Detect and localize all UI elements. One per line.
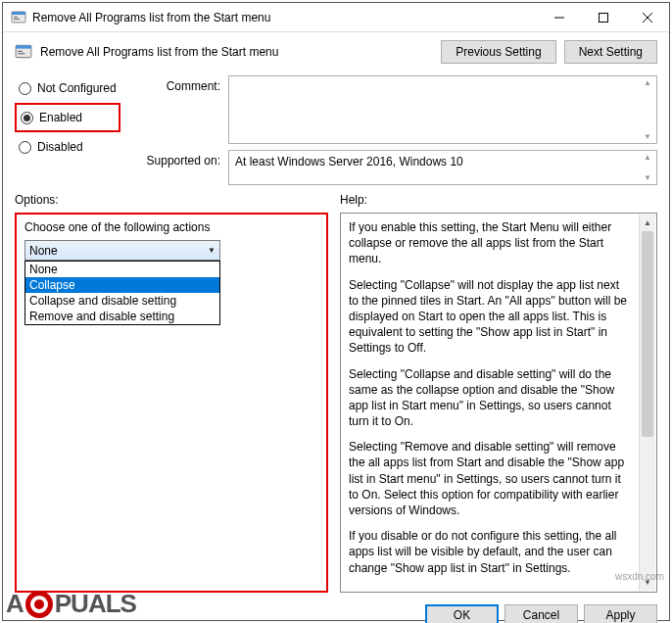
radio-not-configured[interactable]: Not Configured bbox=[15, 75, 120, 101]
dropdown-item-none[interactable]: None bbox=[25, 262, 219, 277]
radio-icon bbox=[19, 82, 31, 95]
watermark-text-after: PUALS bbox=[55, 589, 136, 619]
help-paragraph: Selecting "Collapse" will not display th… bbox=[349, 277, 631, 357]
radio-label: Enabled bbox=[39, 111, 82, 124]
radio-label: Disabled bbox=[37, 140, 83, 154]
dropdown-list: None Collapse Collapse and disable setti… bbox=[24, 261, 220, 325]
state-section: Not Configured Enabled Disabled Comment:… bbox=[3, 70, 669, 185]
help-header-label: Help: bbox=[340, 193, 657, 207]
svg-rect-2 bbox=[14, 17, 18, 18]
window-controls bbox=[537, 3, 669, 31]
help-text: If you enable this setting, the Start Me… bbox=[349, 219, 648, 576]
scroll-thumb[interactable] bbox=[642, 231, 653, 437]
minimize-button[interactable] bbox=[537, 3, 581, 31]
help-paragraph: If you disable or do not configure this … bbox=[349, 528, 631, 576]
bullseye-icon bbox=[25, 591, 53, 618]
radio-label: Not Configured bbox=[37, 81, 117, 95]
scroll-track[interactable] bbox=[640, 231, 655, 574]
svg-rect-3 bbox=[14, 19, 20, 20]
header-row: Remove All Programs list from the Start … bbox=[3, 32, 669, 70]
supported-field: At least Windows Server 2016, Windows 10… bbox=[228, 150, 657, 185]
maximize-button[interactable] bbox=[581, 3, 625, 31]
dropdown-item-collapse[interactable]: Collapse bbox=[25, 277, 219, 293]
svg-rect-5 bbox=[599, 13, 607, 22]
columns-container: Choose one of the following actions None… bbox=[3, 209, 669, 597]
content-area: Remove All Programs list from the Start … bbox=[3, 32, 669, 623]
radio-disabled[interactable]: Disabled bbox=[15, 134, 120, 160]
svg-rect-1 bbox=[12, 12, 25, 15]
watermark-brand: A PUALS bbox=[6, 589, 136, 619]
supported-label: Supported on: bbox=[140, 150, 220, 168]
watermark-url: wsxdn.com bbox=[615, 571, 664, 582]
watermark-text-before: A bbox=[6, 589, 24, 619]
comment-row: Comment: ▲▼ bbox=[140, 75, 657, 144]
svg-rect-10 bbox=[18, 51, 23, 52]
titlebar: Remove All Programs list from the Start … bbox=[3, 3, 669, 32]
action-dropdown[interactable]: None ▼ None Collapse Collapse and disabl… bbox=[24, 240, 220, 261]
apply-button[interactable]: Apply bbox=[584, 604, 657, 623]
help-scrollbar[interactable]: ▲ ▼ bbox=[639, 215, 655, 591]
help-paragraph: Selecting "Collapse and disable setting"… bbox=[349, 366, 631, 430]
previous-setting-button[interactable]: Previous Setting bbox=[441, 40, 555, 64]
radio-icon bbox=[19, 141, 31, 154]
scroll-up-icon[interactable]: ▲ bbox=[640, 215, 655, 231]
ok-button[interactable]: OK bbox=[425, 604, 499, 623]
close-button[interactable] bbox=[625, 3, 669, 31]
dropdown-selected-value: None bbox=[29, 244, 58, 258]
policy-header-icon bbox=[15, 43, 32, 61]
options-caption: Choose one of the following actions bbox=[24, 220, 318, 234]
scroll-indicator: ▲▼ bbox=[641, 78, 654, 141]
supported-row: Supported on: At least Windows Server 20… bbox=[140, 150, 657, 185]
meta-column: Comment: ▲▼ Supported on: At least Windo… bbox=[140, 75, 657, 185]
radio-icon bbox=[21, 112, 33, 124]
svg-rect-11 bbox=[18, 53, 24, 54]
options-header-label: Options: bbox=[15, 193, 328, 207]
dropdown-item-remove-disable[interactable]: Remove and disable setting bbox=[25, 309, 219, 324]
state-radio-group: Not Configured Enabled Disabled bbox=[15, 75, 120, 185]
help-panel: If you enable this setting, the Start Me… bbox=[340, 213, 657, 593]
policy-icon bbox=[11, 10, 26, 25]
policy-title: Remove All Programs list from the Start … bbox=[40, 45, 433, 59]
options-panel: Choose one of the following actions None… bbox=[15, 213, 328, 593]
comment-label: Comment: bbox=[140, 75, 220, 93]
cancel-button[interactable]: Cancel bbox=[504, 604, 578, 623]
supported-value: At least Windows Server 2016, Windows 10 bbox=[235, 155, 463, 168]
help-paragraph: Selecting "Remove and disable setting" w… bbox=[349, 439, 631, 518]
chevron-down-icon: ▼ bbox=[208, 246, 216, 255]
radio-enabled[interactable]: Enabled bbox=[15, 103, 120, 132]
next-setting-button[interactable]: Next Setting bbox=[564, 40, 657, 64]
dialog-window: Remove All Programs list from the Start … bbox=[2, 2, 670, 621]
comment-textarea[interactable]: ▲▼ bbox=[228, 75, 657, 144]
columns-header: Options: Help: bbox=[3, 185, 669, 209]
help-paragraph: If you enable this setting, the Start Me… bbox=[349, 219, 631, 267]
scroll-indicator: ▲▼ bbox=[641, 153, 654, 182]
window-title: Remove All Programs list from the Start … bbox=[32, 11, 537, 24]
svg-rect-9 bbox=[16, 45, 31, 48]
dropdown-item-collapse-disable[interactable]: Collapse and disable setting bbox=[25, 293, 219, 309]
